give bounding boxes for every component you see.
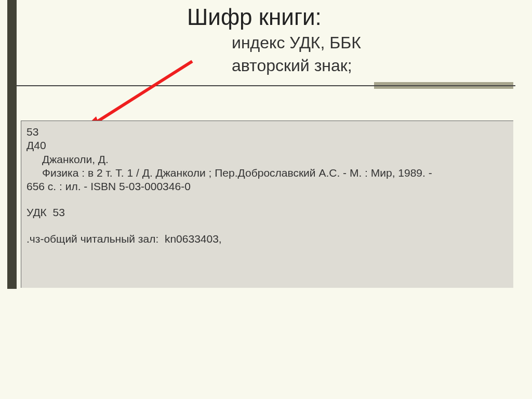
subtitle-2: авторский знак; bbox=[232, 55, 499, 76]
record-call-number-2: Д40 bbox=[26, 139, 508, 152]
record-author: Джанколи, Д. bbox=[26, 153, 508, 166]
svg-line-0 bbox=[86, 61, 192, 129]
record-description-1: Физика : в 2 т. Т. 1 / Д. Джанколи ; Пер… bbox=[26, 166, 508, 180]
catalog-record-panel: 53 Д40 Джанколи, Д. Физика : в 2 т. Т. 1… bbox=[21, 121, 513, 288]
record-location: .чз-общий читальный зал: kn0633403, bbox=[26, 232, 508, 246]
record-description-2: 656 с. : ил. - ISBN 5-03-000346-0 bbox=[26, 180, 508, 193]
divider-line bbox=[17, 85, 515, 86]
left-accent-bar bbox=[7, 0, 17, 289]
record-call-number-1: 53 bbox=[26, 125, 508, 139]
record-udk: УДК 53 bbox=[26, 206, 508, 219]
subtitle-1: индекс УДК, ББК bbox=[232, 32, 499, 53]
page-title: Шифр книги: bbox=[187, 4, 499, 30]
title-block: Шифр книги: индекс УДК, ББК авторский зн… bbox=[187, 4, 499, 76]
